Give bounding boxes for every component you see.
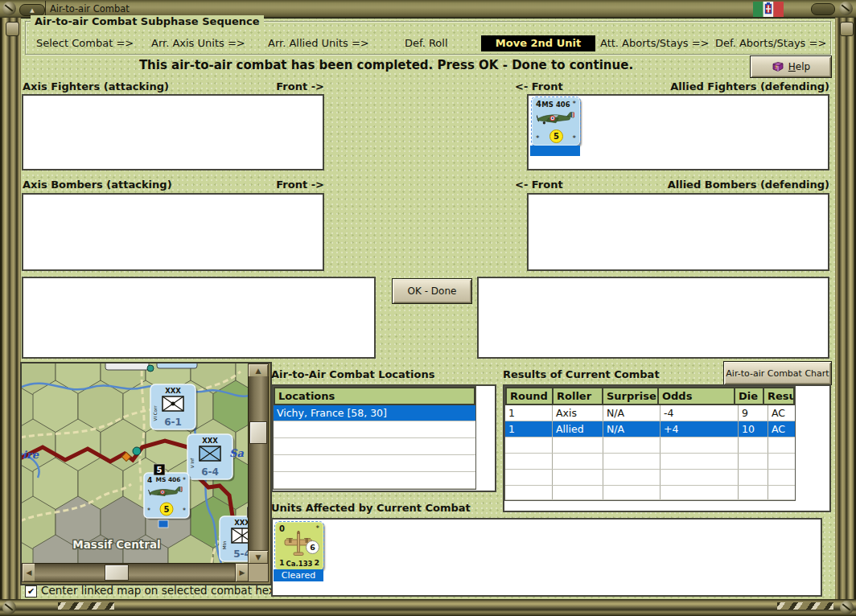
empty-row[interactable] [274, 438, 475, 455]
map-horizontal-scroll-thumb[interactable] [105, 565, 129, 581]
italy-flag-icon [753, 2, 784, 17]
axis-bombers-front-label: Front -> [241, 179, 324, 191]
subphase-group-title: Air-to-air Combat Subphase Sequence [31, 15, 264, 27]
window-menu-button[interactable]: ▲ [19, 4, 45, 16]
frame-hatch [777, 602, 833, 610]
cell: Allied [553, 421, 603, 437]
fighter-plane-icon [537, 110, 575, 126]
allied-bombers-box[interactable] [527, 193, 829, 271]
phase-select-combat: Select Combat => [36, 37, 134, 49]
map-vertical-scrollbar[interactable] [248, 376, 269, 550]
empty-row[interactable] [505, 437, 795, 454]
empty-row[interactable] [274, 421, 475, 438]
results-header-row: Round Roller Surprise Odds Die Result [505, 387, 795, 405]
strength-circle: 6 [306, 540, 319, 554]
hex-marker [158, 520, 168, 528]
svg-text:5: 5 [164, 505, 170, 514]
window-control-button[interactable] [811, 3, 835, 15]
scrollbar-corner [248, 563, 269, 582]
ok-done-button[interactable]: OK - Done [392, 278, 472, 304]
results-title: Results of Current Combat [503, 368, 660, 380]
allied-bombers-front-label: <- Front [515, 179, 563, 191]
axis-bombers-label: Axis Bombers (attacking) [23, 179, 172, 191]
svg-text:MS 406: MS 406 [155, 476, 180, 483]
locations-table: Locations Vichy, France [58, 30] [273, 386, 476, 490]
cell: +4 [661, 421, 739, 437]
svg-text:6-4: 6-4 [201, 466, 219, 478]
phase-arr-axis-units: Arr. Axis Units => [151, 37, 245, 49]
empty-row[interactable] [505, 454, 795, 470]
cell: AC [768, 405, 795, 421]
checkbox-check-icon: ✔ [27, 586, 35, 597]
frame-hatch [58, 602, 114, 610]
result-row-selected[interactable]: 1 Allied N/A +4 10 AC [505, 421, 795, 437]
cell: 1 [505, 405, 553, 421]
svg-text:*: * [183, 477, 186, 484]
help-button-label: Help [788, 61, 810, 72]
axis-bombers-box[interactable] [22, 193, 324, 271]
center-map-checkbox[interactable]: ✔ [25, 585, 37, 598]
map-unit-corps-6-1[interactable]: XXX VI Corr 6-1 [150, 384, 198, 432]
result-row[interactable]: 1 Axis N/A -4 9 AC [505, 405, 795, 421]
cell: 10 [739, 421, 768, 437]
axis-fighters-label: Axis Fighters (attacking) [23, 80, 169, 92]
column-header: Round [507, 388, 554, 404]
map-unit-ms406[interactable]: 4 MS 406 * * 5 * 5 [144, 464, 191, 528]
empty-row[interactable] [505, 470, 795, 486]
column-header: Surprise [603, 388, 659, 404]
status-message: This air-to-air combat has been complete… [32, 58, 740, 72]
unit-counter-ca133[interactable]: 0 * 6 1 Ca.133 2 [275, 522, 323, 570]
svg-text:*: * [183, 507, 186, 515]
river-label-left: ire [23, 449, 39, 461]
help-book-icon: ? [772, 61, 784, 72]
phase-att-aborts-stays: Att. Aborts/Stays => [600, 37, 710, 49]
svg-text:XXX: XXX [165, 387, 181, 395]
phase-def-aborts-stays: Def. Aborts/Stays => [715, 37, 826, 49]
column-header: Roller [554, 388, 603, 404]
axis-fighters-front-label: Front -> [241, 80, 324, 92]
phase-move-2nd-unit-active: Move 2nd Unit [481, 35, 595, 51]
help-button[interactable]: ? Help [750, 55, 832, 78]
empty-row[interactable] [505, 486, 795, 500]
front-marker-teal [133, 447, 141, 455]
cell: AC [768, 421, 795, 437]
combat-chart-button[interactable]: Air-to-air Combat Chart [723, 361, 832, 385]
axis-fighters-box[interactable] [22, 94, 324, 170]
svg-text:5: 5 [157, 466, 163, 474]
unit-counter-ms406[interactable]: 4 MS 406 * * 5 * [532, 97, 580, 146]
frame-knob [6, 22, 19, 36]
frame-knob [840, 22, 854, 36]
svg-text:XXX: XXX [234, 519, 248, 527]
map-region-label: Massif Central [72, 538, 160, 551]
map-vertical-scroll-thumb[interactable] [249, 421, 267, 444]
column-header: Result [764, 388, 793, 404]
empty-row[interactable] [274, 472, 475, 489]
unit-status-badge: Cleared [274, 569, 323, 581]
locations-title: Air-to-Air Combat Locations [271, 368, 434, 380]
map-unit-corps-6-4[interactable]: XXX V Inf 6-4 [187, 434, 235, 482]
screw-icon [2, 601, 16, 614]
column-header: Odds [659, 388, 735, 404]
svg-text:Mtn: Mtn [222, 540, 227, 549]
allied-fighters-label: Allied Fighters (defending) [563, 80, 829, 92]
cell: -4 [661, 405, 739, 421]
map-horizontal-scrollbar[interactable] [35, 563, 235, 582]
cell: N/A [603, 405, 661, 421]
center-map-checkbox-label: Center linked map on selected combat hex [41, 584, 275, 597]
screw-icon [2, 2, 16, 15]
svg-text:6-1: 6-1 [164, 417, 182, 428]
left-info-box [22, 277, 376, 359]
svg-text:VI Corr: VI Corr [153, 405, 158, 421]
units-affected-title: Units Affected by Current Combat [271, 502, 471, 514]
svg-text:XXX: XXX [202, 437, 218, 445]
column-header: Die [735, 388, 764, 404]
window-frame-right [835, 18, 856, 599]
cell: Vichy, France [58, 30] [274, 405, 475, 421]
allied-bombers-label: Allied Bombers (defending) [563, 179, 829, 191]
results-table: Round Roller Surprise Odds Die Result 1 … [504, 386, 796, 501]
location-row-selected[interactable]: Vichy, France [58, 30] [274, 405, 475, 421]
mini-map[interactable]: XXX VI Corr 6-1 XXX V Inf 6-4 4 MS 406 * [22, 363, 248, 563]
phase-def-roll: Def. Roll [405, 37, 448, 49]
screw-icon [839, 2, 853, 15]
empty-row[interactable] [274, 455, 475, 472]
